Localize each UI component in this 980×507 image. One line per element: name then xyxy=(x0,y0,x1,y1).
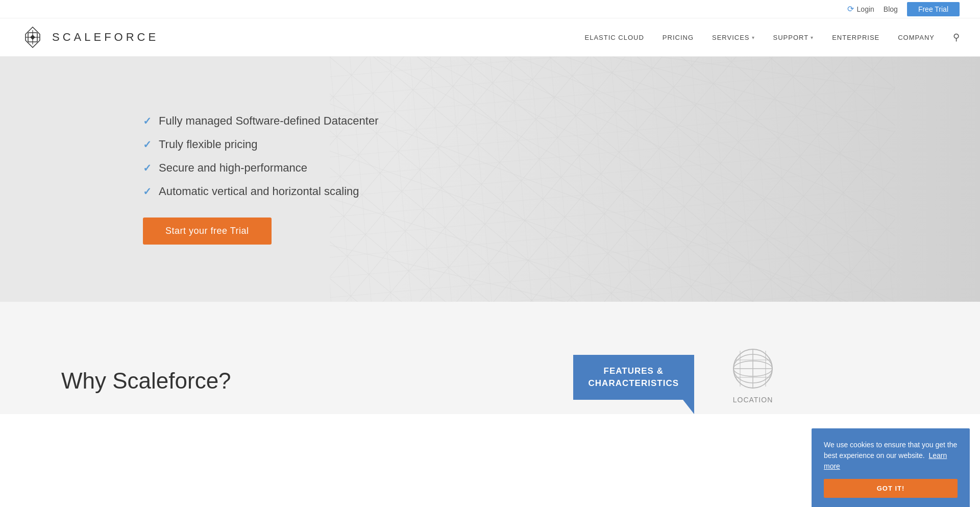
nav-services[interactable]: SERVICES ▾ xyxy=(712,34,755,41)
logo-link[interactable]: SCALEFORCE xyxy=(20,25,159,50)
support-caret: ▾ xyxy=(811,35,814,40)
feature-text-2: Truly flexible pricing xyxy=(159,138,258,151)
features-badge-wrapper: FEATURES & CHARACTERISTICS xyxy=(573,355,694,414)
top-bar: ⟳ Login Blog Free Trial xyxy=(0,0,980,18)
features-badge: FEATURES & CHARACTERISTICS xyxy=(573,355,694,400)
why-scaleforce-heading: Why Scaleforce? xyxy=(31,348,231,404)
login-icon: ⟳ xyxy=(847,4,854,14)
features-badge-arrow xyxy=(683,400,694,414)
below-hero-section: Why Scaleforce? FEATURES & CHARACTERISTI… xyxy=(0,302,980,414)
hero-features-list: ✓ Fully managed Software-defined Datacen… xyxy=(143,114,378,198)
main-nav: SCALEFORCE ELASTIC CLOUD PRICING SERVICE… xyxy=(0,18,980,57)
start-trial-button[interactable]: Start your free Trial xyxy=(143,218,272,245)
nav-links: ELASTIC CLOUD PRICING SERVICES ▾ SUPPORT… xyxy=(585,32,960,43)
feature-text-3: Secure and high-performance xyxy=(159,161,307,175)
login-label: Login xyxy=(857,5,874,13)
hero-content: ✓ Fully managed Software-defined Datacen… xyxy=(0,84,378,275)
nav-pricing[interactable]: PRICING xyxy=(663,34,694,41)
search-icon[interactable]: ⚲ xyxy=(953,32,960,43)
globe-icon xyxy=(730,346,776,392)
feature-text-1: Fully managed Software-defined Datacente… xyxy=(159,114,378,128)
nav-support[interactable]: SUPPORT ▾ xyxy=(773,34,814,41)
check-icon-4: ✓ xyxy=(143,185,152,198)
feature-text-4: Automatic vertical and horizontal scalin… xyxy=(159,185,359,198)
below-hero-content: Why Scaleforce? FEATURES & CHARACTERISTI… xyxy=(0,327,980,414)
features-badge-line1: FEATURES & xyxy=(604,366,664,376)
check-icon-3: ✓ xyxy=(143,162,152,174)
hero-section: ✓ Fully managed Software-defined Datacen… xyxy=(0,57,980,302)
features-badge-line2: CHARACTERISTICS xyxy=(589,378,679,388)
logo-text: SCALEFORCE xyxy=(52,31,159,44)
top-freetrial-button[interactable]: Free Trial xyxy=(907,2,960,16)
location-label: Location xyxy=(733,396,773,404)
check-icon-1: ✓ xyxy=(143,115,152,127)
services-caret: ▾ xyxy=(752,35,755,40)
feature-item-1: ✓ Fully managed Software-defined Datacen… xyxy=(143,114,378,128)
svg-marker-4 xyxy=(30,35,35,40)
feature-item-3: ✓ Secure and high-performance xyxy=(143,161,378,175)
location-section: Location xyxy=(730,346,776,404)
nav-elastic-cloud[interactable]: ELASTIC CLOUD xyxy=(585,34,644,41)
nav-enterprise[interactable]: ENTERPRISE xyxy=(832,34,879,41)
feature-item-4: ✓ Automatic vertical and horizontal scal… xyxy=(143,185,378,198)
blog-link[interactable]: Blog xyxy=(884,5,898,13)
feature-item-2: ✓ Truly flexible pricing xyxy=(143,138,378,151)
logo-icon xyxy=(20,25,45,50)
svg-rect-9 xyxy=(330,57,895,302)
nav-company[interactable]: COMPANY xyxy=(898,34,935,41)
check-icon-2: ✓ xyxy=(143,138,152,151)
login-button[interactable]: ⟳ Login xyxy=(847,4,874,14)
